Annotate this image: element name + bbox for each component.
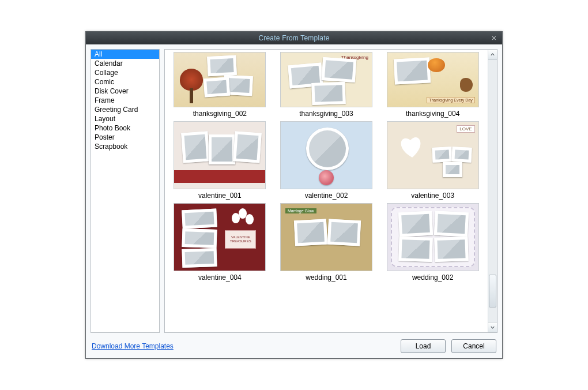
create-from-template-dialog: Create From Template × AllCalendarCollag…: [85, 31, 503, 359]
template-caption: thanksgiving_003: [299, 110, 353, 118]
template-thumbnail[interactable]: Marriage Glow: [280, 203, 372, 271]
template-item[interactable]: Thanksgivingthanksgiving_003: [275, 52, 378, 118]
template-thumbnail[interactable]: Thanksgiving Every Day: [387, 52, 479, 107]
template-item[interactable]: LOVEvalentine_003: [381, 121, 484, 200]
load-button[interactable]: Load: [401, 339, 446, 353]
template-thumbnail[interactable]: LOVE: [387, 121, 479, 189]
template-caption: thanksgiving_004: [406, 110, 459, 118]
gallery-scrollbar[interactable]: [488, 49, 497, 333]
template-thumbnail[interactable]: [174, 52, 266, 107]
scroll-track[interactable]: [488, 60, 497, 322]
template-item[interactable]: Thanksgiving Every Daythanksgiving_004: [381, 52, 484, 118]
sidebar-item-photo-book[interactable]: Photo Book: [91, 123, 159, 133]
sidebar-item-greeting-card[interactable]: Greeting Card: [91, 105, 159, 114]
sidebar-item-disk-cover[interactable]: Disk Cover: [91, 87, 159, 96]
sidebar-item-layout[interactable]: Layout: [91, 114, 159, 123]
template-gallery-wrap: thanksgiving_002Thanksgivingthanksgiving…: [164, 49, 497, 333]
titlebar: Create From Template ×: [86, 32, 502, 44]
template-item[interactable]: thanksgiving_002: [168, 52, 272, 118]
sidebar-item-all[interactable]: All: [91, 50, 159, 59]
category-list[interactable]: AllCalendarCollageComicDisk CoverFrameGr…: [91, 49, 160, 333]
scroll-up-button[interactable]: [488, 50, 497, 60]
template-caption: valentine_004: [198, 273, 242, 282]
template-thumbnail[interactable]: VALENTINE TREASURES: [174, 203, 266, 271]
dialog-title: Create From Template: [86, 34, 502, 42]
dialog-footer: Download More Templates Load Cancel: [86, 335, 502, 358]
template-item[interactable]: valentine_002: [275, 121, 378, 200]
sidebar-item-calendar[interactable]: Calendar: [91, 59, 159, 68]
template-item[interactable]: VALENTINE TREASURESvalentine_004: [168, 203, 272, 282]
template-thumbnail[interactable]: [387, 203, 479, 271]
cancel-button[interactable]: Cancel: [451, 339, 496, 353]
scroll-thumb[interactable]: [489, 275, 496, 307]
template-caption: valentine_002: [305, 192, 348, 200]
template-item[interactable]: valentine_001: [168, 121, 272, 200]
download-more-templates-link[interactable]: Download More Templates: [92, 342, 174, 350]
chevron-down-icon: [491, 325, 495, 329]
sidebar-item-scrapbook[interactable]: Scrapbook: [91, 142, 159, 151]
chevron-up-icon: [491, 52, 495, 57]
template-caption: wedding_001: [306, 273, 346, 282]
sidebar-item-collage[interactable]: Collage: [91, 68, 159, 77]
template-caption: wedding_002: [412, 273, 453, 282]
template-thumbnail[interactable]: Thanksgiving: [280, 52, 372, 107]
template-item[interactable]: Marriage Glowwedding_001: [275, 203, 378, 282]
template-item[interactable]: wedding_002: [381, 203, 484, 282]
template-caption: valentine_001: [198, 192, 242, 200]
close-icon[interactable]: ×: [489, 32, 499, 44]
template-thumbnail[interactable]: [174, 121, 266, 189]
sidebar-item-frame[interactable]: Frame: [91, 96, 159, 105]
sidebar-item-poster[interactable]: Poster: [91, 133, 159, 142]
template-caption: valentine_003: [411, 192, 454, 200]
template-thumbnail[interactable]: [280, 121, 372, 189]
scroll-down-button[interactable]: [488, 322, 497, 332]
dialog-body: AllCalendarCollageComicDisk CoverFrameGr…: [86, 44, 502, 335]
sidebar-item-comic[interactable]: Comic: [91, 77, 159, 87]
template-caption: thanksgiving_002: [193, 110, 247, 118]
template-gallery[interactable]: thanksgiving_002Thanksgivingthanksgiving…: [164, 49, 488, 333]
